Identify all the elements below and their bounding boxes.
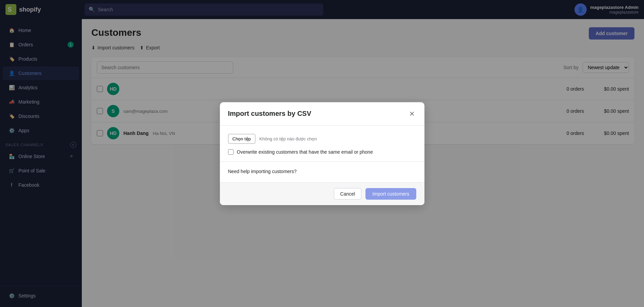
overwrite-label: Overwrite existing customers that have t… <box>237 149 373 155</box>
file-name-label: Không có tệp nào được chọn <box>259 136 317 141</box>
overwrite-checkbox-row: Overwrite existing customers that have t… <box>228 149 416 155</box>
import-customers-button[interactable]: Import customers <box>365 188 416 200</box>
modal-close-button[interactable]: ✕ <box>408 109 416 119</box>
modal-title: Import customers by CSV <box>228 110 312 118</box>
modal-header: Import customers by CSV ✕ <box>220 102 424 126</box>
choose-file-button[interactable]: Chọn tệp <box>228 134 255 144</box>
modal-body: Chọn tệp Không có tệp nào được chọn Over… <box>220 126 424 182</box>
modal-divider <box>220 162 424 162</box>
overwrite-checkbox[interactable] <box>228 149 234 155</box>
modal-overlay[interactable]: Import customers by CSV ✕ Chọn tệp Không… <box>0 0 644 307</box>
cancel-button[interactable]: Cancel <box>334 188 362 200</box>
modal-footer: Cancel Import customers <box>220 182 424 205</box>
file-row: Chọn tệp Không có tệp nào được chọn <box>228 134 416 144</box>
import-csv-modal: Import customers by CSV ✕ Chọn tệp Không… <box>220 102 424 205</box>
help-text: Need help importing customers? <box>228 169 416 174</box>
